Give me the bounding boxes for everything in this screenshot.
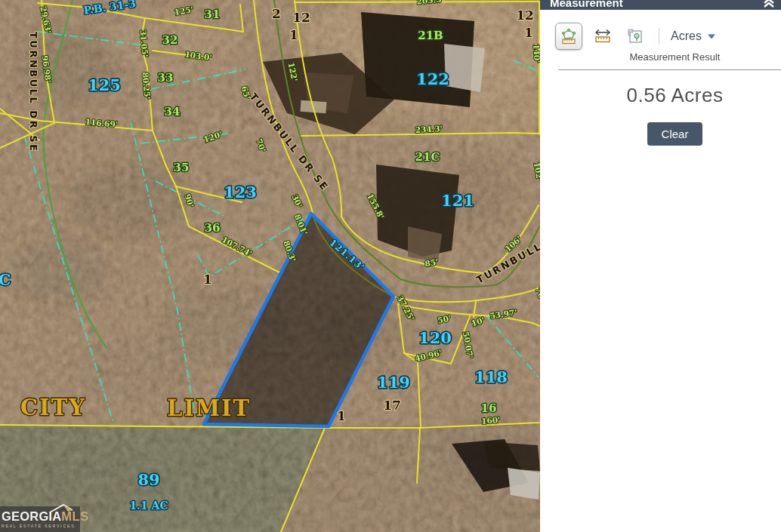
measure-area-button[interactable]	[555, 23, 582, 50]
map-label: 2	[272, 6, 281, 21]
panel-header: Measurement	[540, 0, 781, 10]
map-label: 1	[337, 408, 346, 423]
map-label: 34	[165, 105, 181, 118]
measure-location-icon	[625, 26, 645, 46]
map-label: 1	[289, 27, 298, 42]
measure-distance-icon	[593, 26, 613, 46]
map-label: 12	[516, 8, 534, 23]
unit-dropdown-value: Acres	[671, 29, 702, 43]
map-label: 160'	[481, 415, 501, 426]
map-label: C	[0, 270, 11, 289]
map-label: 16	[481, 401, 497, 415]
georgiamls-watermark: GEORGIAMLS REAL ESTATE SERVICES	[0, 506, 80, 532]
map-label: 36	[205, 221, 221, 235]
map-label: LIMIT	[167, 395, 251, 421]
map-label: 125	[88, 75, 121, 94]
map-label: 1.1 AC	[129, 500, 168, 512]
result-label: Measurement Result	[569, 51, 781, 63]
map-label: 140'	[532, 44, 540, 63]
map-label: 234.3'	[415, 124, 443, 134]
map-graphics: P.B. 31-312512312212112011911889C1.1 AC1…	[0, 0, 540, 532]
panel-body: Measurement Result 0.56 Acres Clear	[540, 51, 781, 146]
map-label: 122	[416, 69, 449, 88]
app-window: P.B. 31-312512312212112011911889C1.1 AC1…	[0, 0, 781, 532]
roof-icon	[48, 504, 74, 513]
map-label: 121	[441, 191, 474, 210]
chevron-double-up-icon[interactable]	[763, 0, 775, 10]
unit-dropdown[interactable]: Acres	[671, 29, 716, 43]
map-label: 21B	[418, 29, 443, 42]
map-label: 120	[418, 328, 452, 347]
map-label: 17	[383, 398, 401, 413]
map-canvas[interactable]: P.B. 31-312512312212112011911889C1.1 AC1…	[0, 0, 540, 532]
map-label: 1	[203, 272, 212, 287]
map-label: 35	[174, 161, 190, 174]
result-value: 0.56 Acres	[569, 84, 781, 107]
map-label: 118	[474, 367, 508, 386]
logo-tagline: REAL ESTATE SERVICES	[2, 524, 79, 528]
measure-area-icon	[560, 27, 578, 45]
map-label: CITY	[20, 395, 86, 420]
measure-location-button[interactable]	[623, 24, 647, 48]
clear-button[interactable]: Clear	[647, 122, 702, 146]
map-label: 119	[377, 373, 410, 392]
map-label: TURNBULL DR SE	[28, 32, 39, 152]
map-label: 1	[524, 25, 533, 40]
measure-toolbar: Acres	[555, 23, 716, 50]
toolbar-divider	[659, 28, 659, 45]
result-divider	[558, 69, 781, 70]
measure-distance-button[interactable]	[591, 24, 615, 48]
map-label: 31	[205, 8, 221, 21]
map-label: 32	[162, 33, 178, 47]
caret-down-icon	[707, 33, 716, 40]
map-label: 123	[224, 183, 257, 201]
map-label: 33	[158, 71, 174, 85]
map-label: 12	[292, 10, 310, 25]
panel-title: Measurement	[550, 0, 623, 9]
map-label: 21C	[415, 150, 440, 164]
map-label: 89	[137, 470, 159, 489]
measurement-panel: Measurement	[540, 0, 781, 532]
